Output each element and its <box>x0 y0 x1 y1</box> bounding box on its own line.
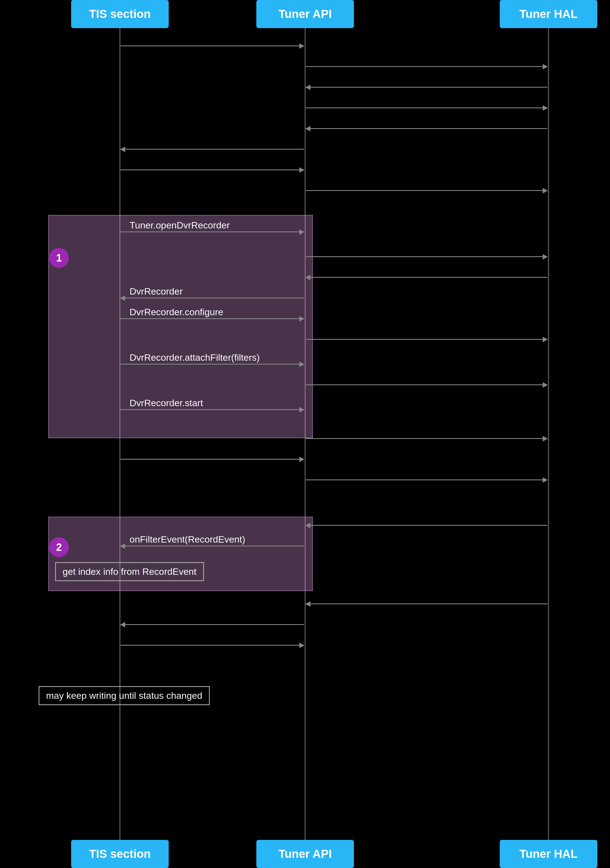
arrow-dvr-configure <box>121 318 304 319</box>
arrow-25 <box>121 645 304 646</box>
tuner-api-header-bottom: Tuner API <box>256 840 354 868</box>
arrow-6 <box>121 149 304 150</box>
arrow-20 <box>306 479 548 480</box>
step-circle-2: 2 <box>49 537 69 557</box>
tis-header-top: TIS section <box>71 0 169 28</box>
arrow-on-filter-event <box>121 546 304 546</box>
arrow-1 <box>121 45 304 46</box>
tuner-hal-header-bottom: Tuner HAL <box>500 840 597 868</box>
arrow-5 <box>306 128 548 129</box>
arrow-dvr-start <box>121 409 304 410</box>
tis-header-bottom: TIS section <box>71 840 169 868</box>
arrow-open-dvr-recorder <box>121 231 304 232</box>
label-dvr-start: DvrRecorder.start <box>130 398 203 408</box>
arrow-3 <box>306 87 548 88</box>
arrow-2 <box>306 66 548 67</box>
tuner-hal-lifeline <box>548 28 549 840</box>
arrow-11 <box>306 277 548 278</box>
arrow-4 <box>306 107 548 108</box>
arrow-23 <box>306 603 548 604</box>
arrow-16 <box>306 384 548 385</box>
arrow-18 <box>306 438 548 439</box>
arrow-dvr-recorder <box>121 298 304 298</box>
step-circle-1: 1 <box>49 248 69 268</box>
label-dvr-configure: DvrRecorder.configure <box>130 307 223 318</box>
note-get-index-info: get index info from RecordEvent <box>55 562 204 581</box>
arrow-19 <box>121 459 304 460</box>
arrow-8 <box>306 190 548 191</box>
label-dvr-recorder: DvrRecorder <box>130 286 183 297</box>
tuner-api-header-top: Tuner API <box>256 0 354 28</box>
label-on-filter-event: onFilterEvent(RecordEvent) <box>130 534 245 545</box>
tuner-hal-header-top: Tuner HAL <box>500 0 597 28</box>
arrow-attach-filter <box>121 364 304 364</box>
note-may-keep-writing: may keep writing until status changed <box>39 686 210 705</box>
arrow-14 <box>306 339 548 340</box>
arrow-24 <box>121 624 304 625</box>
arrow-21 <box>306 525 548 526</box>
label-open-dvr-recorder: Tuner.openDvrRecorder <box>130 220 230 231</box>
arrow-7 <box>121 169 304 170</box>
arrow-10 <box>306 256 548 257</box>
label-attach-filter: DvrRecorder.attachFilter(filters) <box>130 352 260 363</box>
